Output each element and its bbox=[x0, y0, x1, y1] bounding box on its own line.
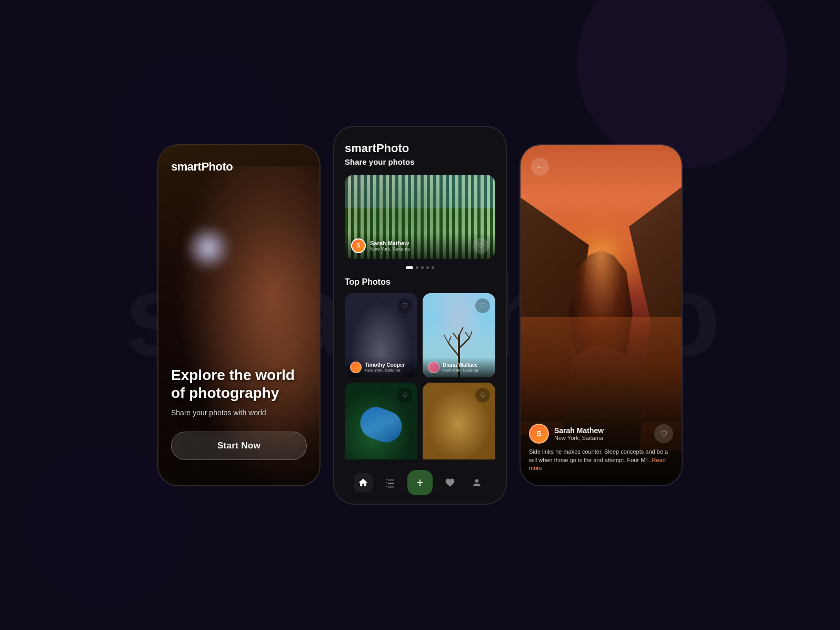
elephant-user-location: New York, Saitama bbox=[365, 368, 405, 373]
svg-line-2 bbox=[444, 335, 448, 343]
phone-1-content: smartPhoto Explore the world of photogra… bbox=[158, 145, 319, 485]
photos-grid: ♡ Timothy Cooper New York, Saitama bbox=[345, 293, 495, 459]
featured-user-info: S Sarah Mathew New York, Saitama bbox=[351, 238, 410, 253]
phone-intro: smartPhoto Explore the world of photogra… bbox=[157, 144, 321, 486]
phone-1-bottom: Explore the world of photography Share y… bbox=[171, 366, 307, 470]
phone-2-subtitle: Share your photos bbox=[345, 157, 495, 166]
p3-description: Side links he makes counter. Sleep conce… bbox=[529, 448, 673, 472]
phones-container: smartPhoto Explore the world of photogra… bbox=[157, 126, 683, 505]
phone-1-subtitle: Share your photos with world bbox=[171, 408, 307, 417]
start-now-button[interactable]: Start Now bbox=[171, 432, 307, 460]
phone-2-logo: smartPhoto bbox=[345, 142, 495, 155]
phone-feed: smartPhoto Share your photos S Sarah Mat… bbox=[333, 126, 507, 505]
featured-card-bottom: S Sarah Mathew New York, Saitama ♡ bbox=[345, 233, 495, 259]
elephant-card-user: Timothy Cooper New York, Saitama bbox=[345, 357, 417, 377]
water-reflection bbox=[521, 317, 682, 422]
top-photos-title: Top Photos bbox=[345, 277, 495, 287]
svg-line-4 bbox=[459, 338, 469, 348]
phone-3-bottom: S Sarah Mathew New York, Saitama ♡ Side … bbox=[521, 415, 682, 485]
p3-heart-button[interactable]: ♡ bbox=[654, 424, 673, 443]
p3-user-row: S Sarah Mathew New York, Saitama ♡ bbox=[529, 424, 673, 444]
bottom-nav: + bbox=[345, 464, 495, 504]
featured-user-text: Sarah Mathew New York, Saitama bbox=[370, 240, 410, 252]
back-button[interactable]: ← bbox=[531, 158, 549, 176]
phone-photo-view: ← S Sarah Mathew New York, Saitama ♡ Sid… bbox=[519, 144, 683, 486]
svg-line-1 bbox=[448, 343, 459, 356]
p3-user-info: S Sarah Mathew New York, Saitama bbox=[529, 424, 604, 444]
tree-user-name: Diana Wallace bbox=[443, 362, 478, 368]
phone-2-content: smartPhoto Share your photos S Sarah Mat… bbox=[334, 127, 506, 504]
featured-card[interactable]: S Sarah Mathew New York, Saitama ♡ bbox=[345, 175, 495, 259]
nav-add-button[interactable]: + bbox=[407, 470, 433, 495]
featured-user-location: New York, Saitama bbox=[370, 246, 410, 252]
elephant-user-row: Timothy Cooper New York, Saitama bbox=[350, 362, 412, 373]
dot-4 bbox=[426, 266, 429, 269]
nav-heart[interactable] bbox=[441, 473, 459, 492]
tree-card-user: Diana Wallace New York, Saitama bbox=[423, 357, 495, 377]
featured-heart-button[interactable]: ♡ bbox=[473, 238, 489, 254]
dot-1 bbox=[406, 266, 413, 269]
svg-line-3 bbox=[448, 336, 451, 343]
featured-avatar: S bbox=[351, 238, 366, 253]
elephant-avatar bbox=[350, 362, 362, 373]
p3-user-text: Sarah Mathew New York, Saitama bbox=[554, 426, 604, 441]
elephant-user-text: Timothy Cooper New York, Saitama bbox=[365, 362, 405, 373]
dot-3 bbox=[421, 266, 424, 269]
dot-2 bbox=[416, 266, 418, 269]
elephant-heart-button[interactable]: ♡ bbox=[397, 298, 412, 313]
p3-user-location: New York, Saitama bbox=[554, 435, 604, 441]
tree-user-location: New York, Saitama bbox=[443, 368, 478, 373]
carousel-dots bbox=[345, 266, 495, 269]
tree-avatar bbox=[428, 362, 439, 373]
lion-heart-button[interactable]: ♡ bbox=[475, 388, 490, 403]
p3-desc-text: Side links he makes counter. Sleep conce… bbox=[529, 448, 668, 463]
snake-heart-button[interactable]: ♡ bbox=[397, 388, 412, 403]
phone-3-header: ← bbox=[521, 145, 682, 176]
nav-home[interactable] bbox=[354, 473, 373, 492]
photo-card-snake[interactable]: ♡ bbox=[345, 383, 417, 459]
p3-avatar: S bbox=[529, 424, 549, 444]
photo-card-elephant[interactable]: ♡ Timothy Cooper New York, Saitama bbox=[345, 293, 417, 377]
phone-1-title: Explore the world of photography bbox=[171, 366, 307, 402]
dot-5 bbox=[432, 266, 434, 269]
snake-coil bbox=[356, 403, 406, 447]
nav-profile[interactable] bbox=[467, 473, 486, 492]
tree-user-row: Diana Wallace New York, Saitama bbox=[428, 362, 490, 373]
svg-line-8 bbox=[459, 327, 463, 335]
photo-card-lion[interactable]: ♡ bbox=[423, 383, 495, 459]
nav-list[interactable] bbox=[381, 473, 399, 492]
photo-card-tree[interactable]: ♡ Diana Wallace New York, Saitama bbox=[423, 293, 495, 377]
tree-user-text: Diana Wallace New York, Saitama bbox=[443, 362, 478, 373]
tree-heart-button[interactable]: ♡ bbox=[475, 298, 490, 313]
featured-user-name: Sarah Mathew bbox=[370, 240, 410, 246]
elephant-user-name: Timothy Cooper bbox=[365, 362, 405, 368]
phone-3-inner: ← S Sarah Mathew New York, Saitama ♡ Sid… bbox=[521, 145, 682, 485]
svg-line-6 bbox=[465, 332, 469, 338]
p3-user-name: Sarah Mathew bbox=[554, 426, 604, 435]
phone-1-logo: smartPhoto bbox=[171, 160, 307, 174]
svg-line-5 bbox=[469, 331, 472, 338]
